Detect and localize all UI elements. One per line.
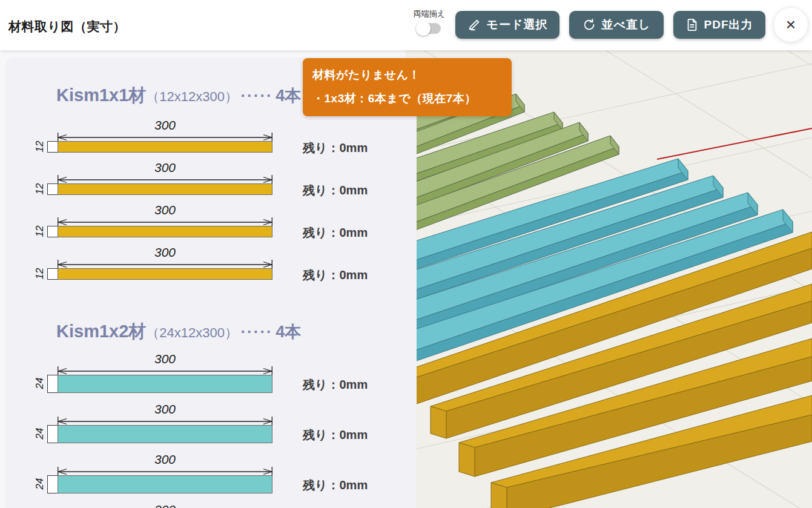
- length-dimension-label: 300: [58, 352, 272, 366]
- rearrange-label: 並べ直し: [602, 17, 651, 33]
- offcut-notch: [47, 425, 58, 443]
- offcut-notch: [47, 226, 58, 237]
- material-count: 4本: [276, 323, 301, 341]
- thickness-dimension-label: 12: [34, 177, 46, 201]
- cut-row: 30024残り：0mm: [5, 352, 411, 397]
- align-ends-toggle[interactable]: [418, 23, 441, 34]
- cut-row: 30012残り：0mm: [5, 245, 411, 283]
- dots-separator: ·····: [240, 87, 272, 105]
- cut-row: 30024残り：0mm: [5, 452, 411, 497]
- length-dimension-label: 300: [58, 203, 272, 217]
- refresh-icon: [583, 18, 596, 31]
- material-bar[interactable]: [58, 425, 272, 443]
- cut-row: 30024: [5, 503, 411, 508]
- cutting-diagram-card: Kism1x1材（12x12x300） ····· 4本30012残り：0mm3…: [5, 58, 417, 508]
- remaining-length-label: 残り：0mm: [303, 225, 368, 241]
- toggle-knob: [416, 21, 431, 36]
- remaining-length-label: 残り：0mm: [303, 377, 368, 393]
- section-title: Kism1x1材（12x12x300） ····· 4本: [56, 84, 301, 108]
- remaining-length-label: 残り：0mm: [303, 267, 368, 283]
- material-count: 4本: [276, 87, 301, 105]
- material-name: Kism1x2材: [56, 322, 146, 341]
- remaining-length-label: 残り：0mm: [303, 477, 368, 493]
- remaining-length-label: 残り：0mm: [303, 140, 368, 156]
- document-icon: [686, 18, 698, 31]
- length-dimension-label: 300: [58, 160, 272, 175]
- close-icon: ×: [786, 15, 796, 34]
- material-size: （12x12x300）: [146, 89, 238, 104]
- material-bar[interactable]: [58, 268, 272, 280]
- offcut-notch: [47, 183, 58, 195]
- rearrange-button[interactable]: 並べ直し: [569, 11, 664, 39]
- offcut-notch: [47, 268, 58, 280]
- material-cutting-dialog: Kism1x1材（12x12x300） ····· 4本30012残り：0mm3…: [0, 0, 812, 508]
- offcut-notch: [47, 375, 58, 393]
- pdf-export-label: PDF出力: [704, 17, 753, 33]
- page-title: 材料取り図（実寸）: [8, 18, 126, 35]
- mode-select-label: モード選択: [487, 17, 548, 33]
- thickness-dimension-label: 24: [34, 421, 46, 446]
- length-dimension-label: 300: [58, 245, 272, 260]
- thickness-dimension-label: 24: [34, 371, 46, 395]
- material-bar[interactable]: [58, 226, 272, 237]
- dots-separator: ·····: [240, 323, 272, 341]
- material-bar[interactable]: [58, 183, 272, 195]
- material-size: （24x12x300）: [146, 325, 238, 340]
- remaining-length-label: 残り：0mm: [303, 182, 368, 199]
- offcut-notch: [47, 141, 58, 153]
- material-name: Kism1x1材: [56, 85, 146, 105]
- remaining-length-label: 残り：0mm: [303, 427, 368, 443]
- cut-row: 30012残り：0mm: [5, 118, 411, 156]
- length-dimension-label: 300: [58, 452, 272, 467]
- 3d-viewport[interactable]: [406, 50, 812, 508]
- length-dimension-label: 300: [58, 503, 272, 508]
- length-dimension-label: 300: [58, 402, 272, 417]
- align-ends-toggle-group: 両端揃え: [411, 8, 448, 34]
- dialog-header: 材料取り図（実寸） 両端揃え モード選択 並べ直し PDF出力: [0, 0, 812, 50]
- cut-row: 30024残り：0mm: [5, 402, 411, 447]
- thickness-dimension-label: 12: [34, 262, 46, 286]
- material-bar[interactable]: [58, 475, 272, 493]
- cut-row: 30012残り：0mm: [5, 203, 411, 241]
- thickness-dimension-label: 12: [34, 134, 46, 159]
- length-dimension-label: 300: [58, 118, 272, 133]
- thickness-dimension-label: 12: [34, 219, 46, 243]
- align-ends-label: 両端揃え: [411, 8, 448, 19]
- warning-detail: ・1x3材：6本まで（現在7本）: [312, 91, 502, 107]
- 3d-scene-drawing: [406, 50, 812, 508]
- material-bar[interactable]: [58, 141, 272, 153]
- mode-select-button[interactable]: モード選択: [455, 11, 559, 39]
- pencil-icon: [467, 18, 481, 31]
- cut-row: 30012残り：0mm: [5, 160, 411, 199]
- warning-title: 材料がたりません！: [312, 67, 502, 83]
- material-bar[interactable]: [58, 375, 272, 393]
- pdf-export-button[interactable]: PDF出力: [673, 11, 765, 39]
- thickness-dimension-label: 24: [34, 472, 46, 496]
- close-button[interactable]: ×: [774, 8, 808, 42]
- material-shortage-warning: 材料がたりません！ ・1x3材：6本まで（現在7本）: [303, 58, 512, 116]
- section-title: Kism1x2材（24x12x300） ····· 4本: [56, 320, 301, 344]
- cutting-diagram-panel: Kism1x1材（12x12x300） ····· 4本30012残り：0mm3…: [0, 50, 406, 508]
- offcut-notch: [47, 475, 58, 493]
